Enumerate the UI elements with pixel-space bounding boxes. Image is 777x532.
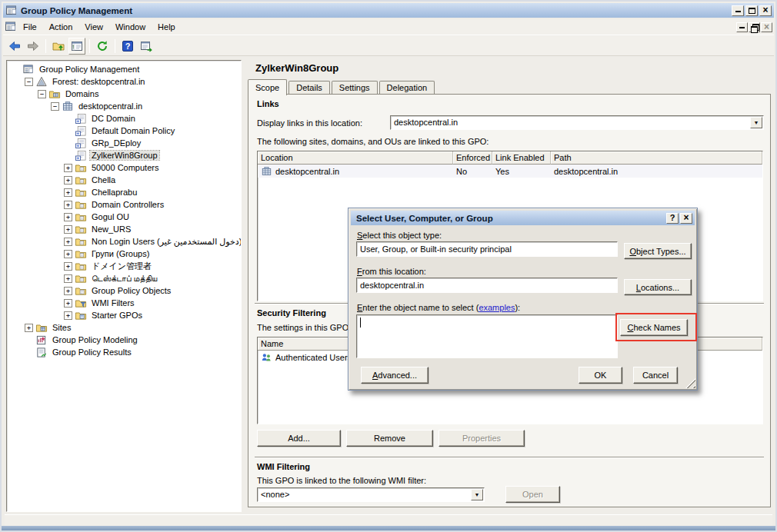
- properties-button[interactable]: Properties: [439, 430, 525, 447]
- menu-window[interactable]: Window: [109, 20, 152, 34]
- add-button[interactable]: Add...: [257, 430, 341, 447]
- object-types-button[interactable]: Object Types...: [624, 243, 692, 259]
- forest-icon: [35, 76, 48, 88]
- locations-button[interactable]: Locations...: [624, 279, 692, 295]
- tree-item[interactable]: GRp_DEploy: [7, 137, 241, 149]
- expand-toggle[interactable]: +: [64, 287, 72, 295]
- tree-item[interactable]: +ドメイン管理者: [7, 260, 241, 272]
- tree-item[interactable]: −Domains: [7, 88, 241, 100]
- expand-toggle[interactable]: +: [64, 164, 72, 172]
- chevron-down-icon[interactable]: ▼: [471, 489, 483, 500]
- cancel-button[interactable]: Cancel: [633, 367, 678, 384]
- expand-toggle[interactable]: +: [64, 176, 72, 185]
- console-tree: Group Policy Management−Forest: desktopc…: [6, 60, 242, 512]
- expand-toggle[interactable]: +: [64, 213, 72, 221]
- remove-button[interactable]: Remove: [346, 430, 433, 447]
- console-window-button[interactable]: [68, 38, 85, 55]
- forward-icon: [27, 40, 39, 52]
- tree-item[interactable]: −Forest: desktopcentral.in: [7, 75, 241, 88]
- tree-item-label: 50000 Computers: [90, 163, 160, 172]
- tree-item[interactable]: +Chella: [7, 174, 241, 186]
- tree-item[interactable]: +Group Policy Objects: [7, 284, 241, 297]
- refresh-button[interactable]: [94, 38, 111, 55]
- tab-delegation[interactable]: Delegation: [379, 81, 435, 95]
- object-name-textbox[interactable]: [356, 314, 618, 358]
- expand-toggle[interactable]: +: [64, 262, 72, 271]
- chevron-down-icon[interactable]: ▼: [750, 117, 762, 128]
- tab-scope[interactable]: Scope: [248, 79, 287, 95]
- open-button[interactable]: Open: [505, 486, 560, 503]
- minimize-button[interactable]: [736, 22, 748, 32]
- expand-toggle[interactable]: +: [64, 299, 72, 308]
- tree-item[interactable]: Default Domain Policy: [7, 125, 241, 137]
- table-row[interactable]: desktopcentral.inNoYesdesktopcentral.in: [258, 165, 762, 178]
- wmi-filter-dropdown[interactable]: <none> ▼: [257, 487, 485, 502]
- column-header-path[interactable]: Path: [551, 151, 762, 165]
- minimize-button[interactable]: [732, 5, 744, 16]
- expand-toggle[interactable]: +: [64, 201, 72, 209]
- tree-item[interactable]: DC Domain: [7, 112, 241, 125]
- tree-item[interactable]: +Starter GPOs: [7, 309, 241, 321]
- column-header-link-enabled[interactable]: Link Enabled: [492, 151, 551, 165]
- tree-item[interactable]: −desktopcentral.in: [7, 100, 241, 112]
- tree-item[interactable]: +Domain Controllers: [7, 198, 241, 211]
- help-button[interactable]: ?: [119, 38, 136, 55]
- examples-link[interactable]: examples: [479, 303, 515, 312]
- resize-grip[interactable]: [685, 378, 695, 388]
- location-dropdown[interactable]: desktopcentral.in ▼: [390, 115, 764, 130]
- tree-item[interactable]: +Sites: [7, 321, 241, 334]
- up-one-level-icon: [52, 40, 65, 52]
- ou-icon: [75, 199, 87, 211]
- tree-item[interactable]: +Групи (Groups): [7, 248, 241, 260]
- expand-toggle[interactable]: +: [64, 225, 72, 234]
- export-list-button[interactable]: [138, 38, 155, 55]
- gpo-icon: [75, 113, 87, 125]
- forward-button[interactable]: [25, 38, 42, 55]
- tree-item[interactable]: Group Policy Results: [7, 346, 241, 358]
- collapse-toggle[interactable]: −: [25, 78, 33, 86]
- menu-file[interactable]: File: [17, 20, 43, 34]
- tree-item[interactable]: ZylkerWin8Group: [7, 149, 241, 161]
- ok-button[interactable]: OK: [579, 367, 622, 384]
- tree-item[interactable]: Group Policy Modeling: [7, 334, 241, 346]
- back-button[interactable]: [6, 38, 23, 55]
- wmi-filtering-heading: WMI Filtering: [257, 462, 310, 471]
- tree-item[interactable]: +Gogul OU: [7, 211, 241, 223]
- tree-item[interactable]: +டெஸ்க்டாப் மத்திய: [7, 272, 241, 284]
- maximize-icon: [749, 8, 755, 14]
- tree-item[interactable]: Group Policy Management: [7, 63, 241, 75]
- expand-toggle[interactable]: +: [64, 250, 72, 258]
- collapse-toggle[interactable]: −: [51, 102, 59, 111]
- tree-item[interactable]: +50000 Computers: [7, 161, 241, 174]
- expand-toggle[interactable]: +: [25, 324, 33, 332]
- tree-item-label: WMI Filters: [90, 298, 136, 308]
- display-links-label: Display links in this location:: [257, 118, 362, 128]
- help-button[interactable]: ?: [666, 213, 679, 224]
- tab-settings[interactable]: Settings: [332, 81, 378, 95]
- expand-toggle[interactable]: +: [64, 188, 72, 197]
- expand-toggle[interactable]: +: [64, 274, 72, 283]
- tree-item[interactable]: +Chellaprabu: [7, 186, 241, 198]
- column-header-enforced[interactable]: Enforced: [453, 151, 492, 165]
- menu-view[interactable]: View: [78, 20, 109, 34]
- tab-details[interactable]: Details: [288, 81, 330, 95]
- close-button[interactable]: ×: [761, 22, 772, 32]
- up-one-level-button[interactable]: [50, 38, 67, 55]
- close-button[interactable]: ×: [759, 5, 772, 16]
- tree-item-label: Group Policy Management: [38, 65, 141, 74]
- menu-action[interactable]: Action: [43, 20, 79, 34]
- tree-item[interactable]: +Non Login Users (دخول المستخدمين غير): [7, 235, 241, 248]
- maximize-button[interactable]: [745, 5, 758, 16]
- restore-button[interactable]: [749, 22, 760, 32]
- expand-toggle[interactable]: +: [64, 311, 72, 320]
- tree-item[interactable]: +WMI Filters: [7, 297, 241, 309]
- object-type-field[interactable]: User, Group, or Built-in security princi…: [356, 241, 618, 257]
- tree-item[interactable]: +New_URS: [7, 223, 241, 235]
- close-button[interactable]: ×: [680, 213, 692, 224]
- advanced-button[interactable]: Advanced...: [361, 367, 429, 384]
- column-header-location[interactable]: Location: [258, 151, 453, 165]
- menu-help[interactable]: Help: [152, 20, 182, 34]
- expand-toggle[interactable]: +: [64, 238, 72, 246]
- from-location-field[interactable]: desktopcentral.in: [356, 278, 618, 293]
- collapse-toggle[interactable]: −: [38, 90, 46, 98]
